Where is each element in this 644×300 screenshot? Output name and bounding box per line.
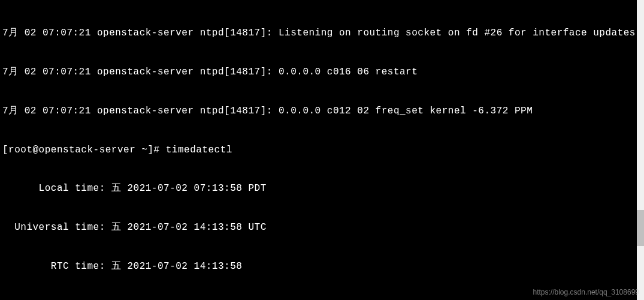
prompt-line: [root@openstack-server ~]# timedatectl — [2, 144, 642, 157]
output-line: Universal time: 五 2021-07-02 14:13:58 UT… — [2, 221, 642, 235]
log-line: 7月 02 07:07:21 openstack-server ntpd[148… — [2, 105, 642, 118]
watermark-text: https://blog.csdn.net/qq_3108699 — [533, 288, 639, 296]
terminal-output[interactable]: 7月 02 07:07:21 openstack-server ntpd[148… — [0, 0, 644, 300]
log-line: 7月 02 07:07:21 openstack-server ntpd[148… — [2, 27, 642, 40]
output-line: Local time: 五 2021-07-02 07:13:58 PDT — [2, 182, 642, 196]
output-line: RTC time: 五 2021-07-02 14:13:58 — [2, 260, 642, 274]
scrollbar-track[interactable] — [637, 0, 644, 300]
log-line: 7月 02 07:07:21 openstack-server ntpd[148… — [2, 66, 642, 79]
scrollbar-thumb[interactable] — [637, 210, 644, 246]
